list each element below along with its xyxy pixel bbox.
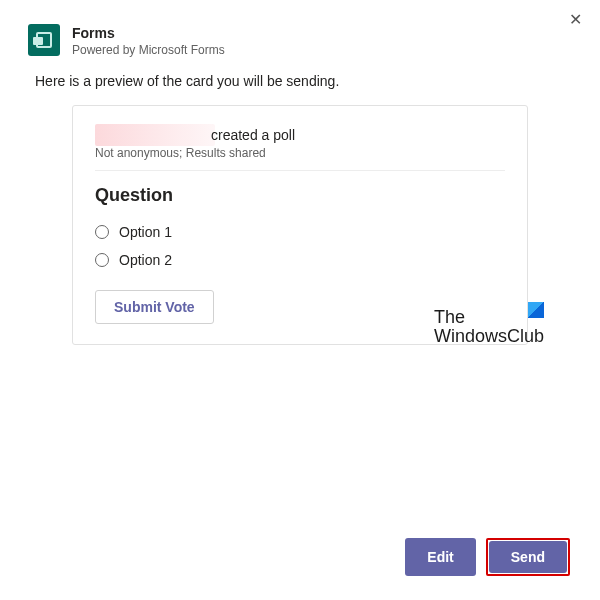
poll-meta: created a poll Not anonymous; Results sh… [95, 124, 505, 171]
poll-question: Question [95, 185, 505, 206]
header-text: Forms Powered by Microsoft Forms [72, 24, 225, 59]
send-button[interactable]: Send [489, 541, 567, 573]
author-suffix: created a poll [211, 127, 295, 143]
close-icon[interactable]: ✕ [565, 8, 586, 32]
app-subtitle: Powered by Microsoft Forms [72, 42, 225, 59]
dialog-footer: Edit Send [28, 534, 572, 580]
app-title: Forms [72, 24, 225, 42]
option-label: Option 1 [119, 224, 172, 240]
dialog-header: Forms Powered by Microsoft Forms [28, 24, 572, 59]
forms-dialog: ✕ Forms Powered by Microsoft Forms Here … [0, 0, 600, 600]
poll-author-line: created a poll [95, 124, 505, 146]
radio-icon [95, 225, 109, 239]
submit-vote-button[interactable]: Submit Vote [95, 290, 214, 324]
author-name-redacted [95, 124, 215, 146]
windows-logo-icon [528, 302, 544, 318]
send-button-highlight: Send [486, 538, 570, 576]
forms-app-icon [28, 24, 60, 56]
poll-options: Option 1 Option 2 [95, 218, 505, 274]
poll-option[interactable]: Option 1 [95, 218, 505, 246]
preview-label: Here is a preview of the card you will b… [35, 73, 572, 89]
radio-icon [95, 253, 109, 267]
poll-meta-sub: Not anonymous; Results shared [95, 146, 505, 160]
edit-button[interactable]: Edit [405, 538, 475, 576]
poll-preview-card: created a poll Not anonymous; Results sh… [72, 105, 528, 345]
poll-option[interactable]: Option 2 [95, 246, 505, 274]
option-label: Option 2 [119, 252, 172, 268]
